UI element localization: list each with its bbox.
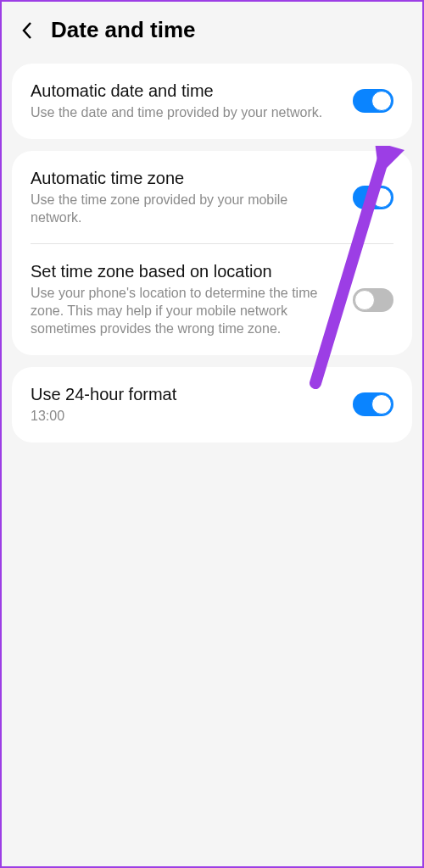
toggle-auto-timezone[interactable]: [353, 186, 393, 209]
row-title: Set time zone based on location: [31, 261, 343, 282]
row-desc: Use the date and time provided by your n…: [31, 104, 343, 122]
card-24hour: Use 24-hour format 13:00: [12, 367, 412, 442]
row-title: Automatic date and time: [31, 81, 343, 102]
row-text: Automatic date and time Use the date and…: [31, 81, 353, 122]
header: Date and time: [2, 2, 422, 64]
row-location-timezone[interactable]: Set time zone based on location Use your…: [12, 244, 412, 354]
row-desc: Use your phone's location to determine t…: [31, 285, 343, 337]
toggle-location-timezone[interactable]: [353, 288, 393, 312]
page-title: Date and time: [51, 17, 196, 43]
row-text: Use 24-hour format 13:00: [31, 384, 353, 426]
card-auto-datetime: Automatic date and time Use the date and…: [12, 64, 412, 139]
toggle-auto-datetime[interactable]: [353, 89, 393, 113]
toggle-24hour[interactable]: [353, 392, 393, 416]
row-desc: 13:00: [31, 408, 343, 426]
row-auto-timezone[interactable]: Automatic time zone Use the time zone pr…: [12, 151, 412, 244]
row-desc: Use the time zone provided by your mobil…: [31, 192, 343, 227]
row-title: Automatic time zone: [31, 168, 343, 189]
row-24hour[interactable]: Use 24-hour format 13:00: [12, 367, 412, 442]
card-timezone: Automatic time zone Use the time zone pr…: [12, 151, 412, 355]
back-icon[interactable]: [19, 22, 36, 39]
row-text: Automatic time zone Use the time zone pr…: [31, 168, 353, 227]
row-auto-datetime[interactable]: Automatic date and time Use the date and…: [12, 64, 412, 139]
row-text: Set time zone based on location Use your…: [31, 261, 353, 337]
row-title: Use 24-hour format: [31, 384, 343, 405]
